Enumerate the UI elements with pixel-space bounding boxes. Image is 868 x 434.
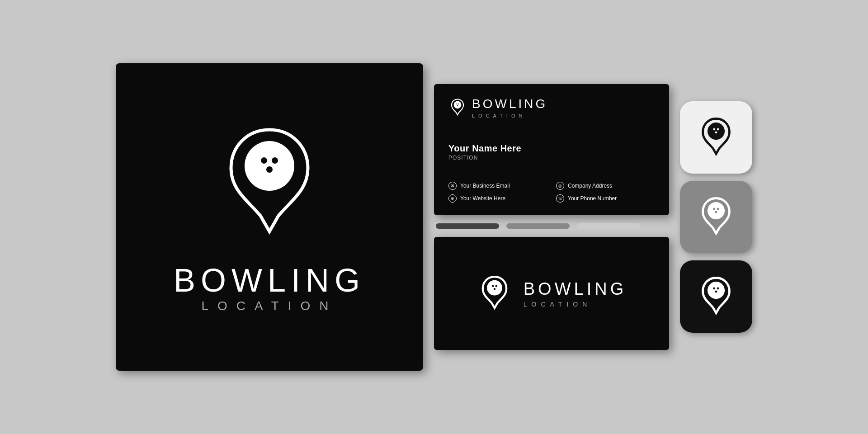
svg-point-0	[245, 141, 294, 191]
card-back-logo-pin	[476, 273, 513, 314]
app-icon-dark	[680, 260, 752, 333]
svg-point-6	[458, 104, 459, 104]
card-back-tagline: LOCATION	[524, 301, 627, 308]
card-header: BOWLING LOCATION	[448, 97, 655, 118]
logo-tagline-text-large: LOCATION	[174, 299, 365, 313]
divider-dark	[436, 223, 499, 229]
svg-point-22	[717, 288, 719, 290]
middle-column: BOWLING LOCATION Your Name Here POSITION…	[434, 84, 669, 350]
app-icon-white	[680, 101, 752, 174]
card-email-item: ✉ Your Business Email	[448, 182, 547, 190]
card-back-brand: BOWLING	[524, 279, 627, 299]
logo-square: BOWLING LOCATION	[116, 63, 423, 371]
card-phone-item: ☏ Your Phone Number	[556, 194, 655, 203]
app-icon-gray-pin	[696, 194, 736, 240]
card-tagline: LOCATION	[472, 113, 547, 118]
app-icon-gray	[680, 181, 752, 253]
card-email-label: Your Business Email	[460, 183, 510, 189]
location-icon: ◎	[556, 182, 564, 190]
logo-pin-large	[211, 121, 328, 247]
phone-icon: ☏	[556, 194, 564, 203]
website-icon: ⊕	[448, 194, 457, 203]
divider-light	[577, 223, 640, 229]
divider-mid	[506, 223, 570, 229]
dividers-strip	[434, 223, 669, 229]
card-name-section: Your Name Here POSITION	[448, 143, 655, 161]
svg-point-8	[487, 280, 502, 296]
svg-point-23	[715, 291, 717, 293]
main-container: BOWLING LOCATION BOWLING LOCATION	[0, 0, 868, 434]
app-icon-white-pin	[696, 115, 736, 160]
card-brand: BOWLING	[472, 97, 547, 111]
svg-point-18	[717, 208, 719, 210]
card-person-name: Your Name Here	[448, 143, 655, 154]
svg-point-7	[457, 105, 458, 106]
svg-point-14	[717, 128, 719, 131]
logo-brand-text-large: BOWLING	[174, 262, 365, 299]
app-icon-dark-pin	[696, 274, 736, 319]
svg-point-10	[495, 285, 497, 287]
app-icons-column	[680, 101, 752, 333]
svg-point-17	[713, 208, 715, 210]
card-address-label: Company Address	[568, 183, 612, 189]
email-icon: ✉	[448, 182, 457, 190]
card-phone-label: Your Phone Number	[568, 195, 617, 202]
svg-point-21	[713, 288, 715, 290]
card-logo-text: BOWLING LOCATION	[472, 97, 547, 118]
svg-point-19	[715, 211, 717, 213]
svg-point-1	[261, 157, 267, 164]
svg-point-20	[708, 282, 725, 299]
svg-point-13	[713, 128, 715, 131]
card-website-label: Your Website Here	[460, 195, 505, 202]
svg-point-4	[454, 101, 462, 108]
business-card-back: BOWLING LOCATION	[434, 237, 669, 350]
svg-point-11	[494, 288, 495, 290]
svg-point-3	[266, 166, 273, 173]
business-card-front: BOWLING LOCATION Your Name Here POSITION…	[434, 84, 669, 215]
card-contact-grid: ✉ Your Business Email ◎ Company Address …	[448, 182, 655, 203]
svg-point-12	[708, 123, 725, 140]
svg-point-15	[715, 132, 717, 134]
card-address-item: ◎ Company Address	[556, 182, 655, 190]
card-position: POSITION	[448, 155, 655, 161]
card-website-item: ⊕ Your Website Here	[448, 194, 547, 203]
svg-point-2	[272, 157, 278, 164]
svg-point-5	[456, 104, 457, 104]
svg-point-16	[708, 202, 725, 219]
svg-point-9	[492, 285, 494, 287]
card-logo-pin	[448, 98, 467, 118]
